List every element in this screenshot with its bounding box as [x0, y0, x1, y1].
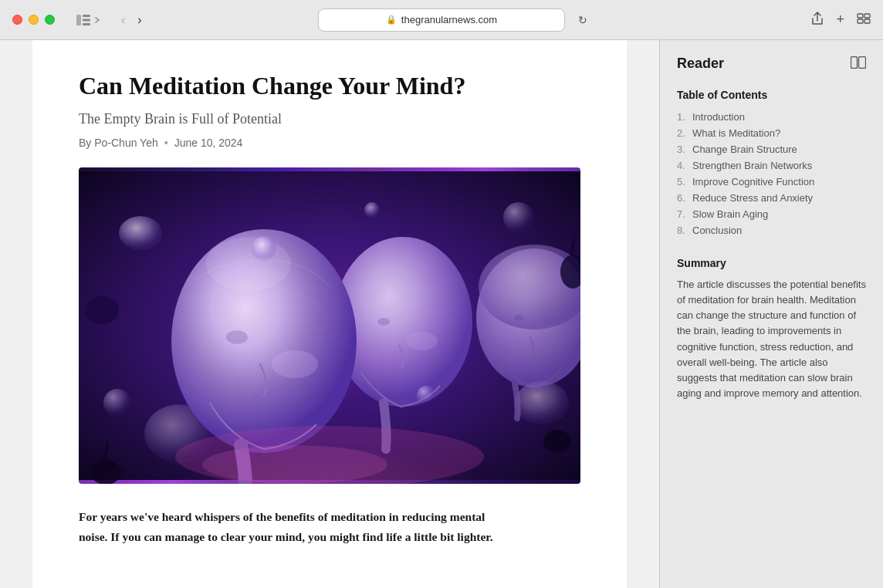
svg-rect-36 [859, 56, 866, 68]
article-hero-image [79, 167, 580, 484]
traffic-lights [12, 15, 55, 25]
svg-point-11 [503, 202, 534, 233]
new-tab-icon[interactable]: + [836, 12, 844, 28]
toc-number-4: 4. [677, 160, 691, 171]
svg-point-22 [377, 318, 390, 326]
article-author: By Po-Chun Yeh [79, 137, 158, 149]
toc-item-2[interactable]: 2. What is Meditation? [677, 125, 866, 141]
back-button[interactable]: ‹ [117, 12, 130, 29]
svg-rect-5 [864, 14, 870, 18]
tab-overview-icon[interactable] [857, 13, 871, 27]
toc-item-3[interactable]: 3. Change Brain Structure [677, 141, 866, 157]
svg-point-17 [543, 430, 571, 453]
article-pane: Can Meditation Change Your Mind? The Emp… [0, 40, 659, 588]
svg-point-32 [364, 202, 380, 218]
titlebar-left: ‹ › [12, 12, 147, 29]
toc-label-4: Strengthen Brain Networks [692, 160, 812, 171]
article-body: For years we've heard whispers of the be… [79, 507, 580, 546]
toc-number-5: 5. [677, 176, 691, 188]
summary-heading: Summary [677, 257, 866, 269]
toc-label-7: Slow Brain Aging [692, 208, 768, 220]
svg-point-12 [515, 381, 569, 424]
svg-rect-35 [851, 56, 858, 68]
svg-point-13 [103, 389, 131, 417]
titlebar: ‹ › 🔒 thegranularnews.com ↻ + [0, 0, 883, 40]
article-container: Can Meditation Change Your Mind? The Emp… [32, 40, 627, 588]
toc-number-7: 7. [677, 208, 691, 220]
toc-number-1: 1. [677, 111, 691, 123]
browser-content: Can Meditation Change Your Mind? The Emp… [0, 40, 883, 588]
url-bar[interactable]: 🔒 thegranularnews.com ↻ [318, 8, 565, 32]
reader-header: Reader [677, 56, 866, 72]
toc-heading: Table of Contents [677, 89, 866, 101]
minimize-button[interactable] [29, 15, 39, 25]
svg-rect-4 [858, 14, 863, 18]
toc-label-5: Improve Cognitive Function [692, 176, 814, 188]
svg-point-25 [226, 330, 248, 344]
reader-panel-title: Reader [677, 56, 724, 72]
lock-icon: 🔒 [386, 15, 397, 25]
fullscreen-button[interactable] [45, 15, 55, 25]
svg-rect-0 [76, 15, 81, 25]
svg-point-29 [202, 445, 387, 484]
url-text: thegranularnews.com [401, 14, 497, 25]
toc-label-1: Introduction [692, 111, 745, 123]
toc-list: 1. Introduction 2. What is Meditation? 3… [677, 109, 866, 238]
article-title: Can Meditation Change Your Mind? [79, 71, 580, 100]
summary-text: The article discusses the potential bene… [677, 277, 866, 401]
toc-label-6: Reduce Stress and Anxiety [692, 192, 813, 204]
toc-item-4[interactable]: 4. Strengthen Brain Networks [677, 157, 866, 174]
titlebar-right: + [811, 12, 871, 29]
svg-rect-3 [83, 23, 90, 25]
svg-point-26 [272, 350, 318, 378]
svg-rect-2 [83, 19, 90, 21]
svg-rect-7 [864, 19, 870, 23]
body-text-bold: For years we've heard whispers of the be… [79, 510, 493, 543]
share-icon[interactable] [811, 12, 824, 29]
article-subtitle: The Empty Brain is Full of Potential [79, 111, 580, 127]
toc-item-5[interactable]: 5. Improve Cognitive Function [677, 174, 866, 190]
sidebar-toggle[interactable] [76, 15, 101, 25]
svg-point-10 [119, 216, 162, 250]
svg-point-15 [85, 296, 119, 324]
toc-item-6[interactable]: 6. Reduce Stress and Anxiety [677, 190, 866, 206]
svg-rect-6 [858, 19, 863, 23]
svg-point-31 [417, 386, 435, 404]
toc-number-8: 8. [677, 225, 691, 236]
toc-number-2: 2. [677, 127, 691, 139]
toc-number-3: 3. [677, 144, 691, 155]
svg-point-23 [407, 332, 438, 350]
toc-label-2: What is Meditation? [692, 127, 780, 139]
toc-item-8[interactable]: 8. Conclusion [677, 222, 866, 238]
toc-label-8: Conclusion [692, 225, 742, 236]
forward-button[interactable]: › [133, 12, 146, 29]
toc-number-6: 6. [677, 192, 691, 204]
reader-layout-icon[interactable] [851, 56, 866, 72]
article-date: June 10, 2024 [174, 137, 243, 149]
toc-label-3: Change Brain Structure [692, 144, 797, 155]
reload-button[interactable]: ↻ [578, 14, 587, 26]
close-button[interactable] [12, 15, 22, 25]
byline-separator: • [164, 137, 168, 149]
reader-sidebar: Reader Table of Contents 1. Introduction… [659, 40, 883, 588]
svg-point-33 [90, 460, 121, 484]
svg-point-30 [252, 236, 276, 261]
svg-rect-1 [83, 15, 90, 17]
nav-arrows: ‹ › [117, 12, 147, 29]
article-byline: By Po-Chun Yeh • June 10, 2024 [79, 137, 580, 149]
toc-item-1[interactable]: 1. Introduction [677, 109, 866, 125]
svg-point-27 [206, 237, 291, 291]
toc-item-7[interactable]: 7. Slow Brain Aging [677, 206, 866, 222]
